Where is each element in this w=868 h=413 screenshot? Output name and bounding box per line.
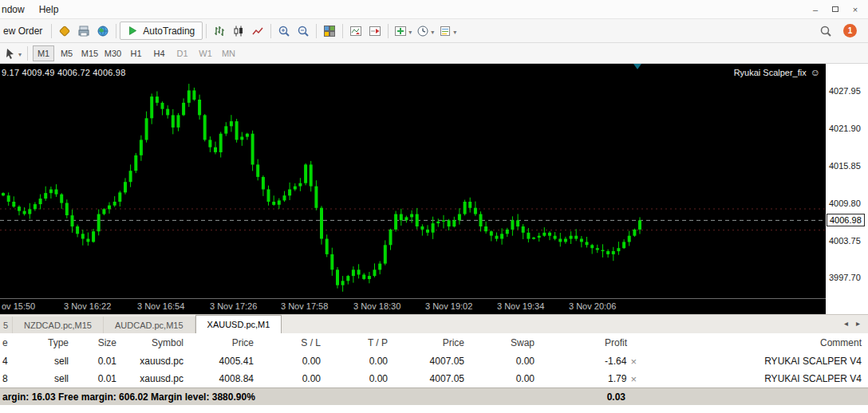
price-tick-label: 4015.85 xyxy=(829,161,861,171)
close-position-button[interactable]: × xyxy=(630,374,637,384)
price-axis[interactable]: 4006.98 4027.954021.904015.854009.804003… xyxy=(826,64,868,314)
price-tick-label: 3997.70 xyxy=(829,273,861,282)
toolbar-right: 1 xyxy=(816,22,868,41)
new-chart-icon xyxy=(58,25,71,37)
column-header-type: Type xyxy=(11,337,70,348)
new-order-label: ew Order xyxy=(3,26,42,37)
bar-chart-icon xyxy=(213,25,226,37)
menu-help[interactable]: Help xyxy=(32,0,66,19)
chart-tab-5[interactable]: 5 xyxy=(0,317,13,333)
ohlc-readout: 9.17 4009.49 4006.72 4006.98 xyxy=(2,68,125,77)
profit-value: -1.64 xyxy=(605,356,626,367)
chart-tab-audcad-pc-m15[interactable]: AUDCAD.pc,M15 xyxy=(104,317,195,333)
column-header-price: Price xyxy=(185,337,255,348)
search-icon xyxy=(819,25,832,37)
price-tick-label: 4027.95 xyxy=(829,86,861,96)
periods-button[interactable] xyxy=(414,22,436,41)
timeframe-h1[interactable]: H1 xyxy=(125,45,147,61)
column-header-s-l: S / L xyxy=(255,337,322,348)
cell: 4 xyxy=(0,356,11,367)
indicators-button[interactable] xyxy=(392,22,414,41)
chart-tab-xauusd-pc-m1[interactable]: XAUUSD.pc,M1 xyxy=(195,315,282,333)
trade-table-header: eTypeSizeSymbolPriceS / LT / PPriceSwapP… xyxy=(0,333,868,352)
restore-button[interactable] xyxy=(827,3,844,16)
profit-cell: 1.79× xyxy=(536,373,640,384)
column-header-profit: Profit xyxy=(536,337,640,348)
position-row[interactable]: 4sell0.01xauusd.pc4005.410.000.004007.05… xyxy=(0,352,868,370)
column-header-symbol: Symbol xyxy=(118,337,185,348)
time-tick-label: 3 Nov 16:22 xyxy=(64,301,111,311)
market-watch-button[interactable] xyxy=(93,22,112,41)
clock-icon xyxy=(416,25,429,37)
chart-plot-column: 9.17 4009.49 4006.72 4006.98 Ryukai Scal… xyxy=(0,64,826,314)
timeframe-m1[interactable]: M1 xyxy=(33,45,54,61)
time-tick-label: ov 15:50 xyxy=(2,301,35,311)
window-controls: – × xyxy=(807,3,868,16)
chart-tabs-bar: 5NZDCAD.pc,M15AUDCAD.pc,M15XAUUSD.pc,M1 … xyxy=(0,314,868,333)
template-icon xyxy=(439,25,452,37)
zoom-out-icon xyxy=(297,25,310,37)
price-tick-label: 4009.80 xyxy=(829,199,861,208)
notification-badge[interactable]: 1 xyxy=(843,24,857,37)
chart-plot[interactable]: 9.17 4009.49 4006.72 4006.98 Ryukai Scal… xyxy=(0,64,826,298)
auto-scroll-button[interactable] xyxy=(346,22,365,41)
line-chart-icon xyxy=(251,25,264,37)
autotrading-button[interactable]: AutoTrading xyxy=(120,22,203,40)
chart-shift-button[interactable] xyxy=(365,22,385,41)
cell: 0.00 xyxy=(466,373,536,384)
timeframe-m5[interactable]: M5 xyxy=(56,45,77,61)
time-tick-label: 3 Nov 19:34 xyxy=(497,301,544,311)
smiley-icon[interactable]: ☺ xyxy=(811,68,820,77)
timeframe-h4[interactable]: H4 xyxy=(148,45,170,61)
candlestick-chart[interactable] xyxy=(0,64,826,298)
minimize-button[interactable]: – xyxy=(807,3,824,16)
current-price-tag: 4006.98 xyxy=(827,214,865,226)
profiles-icon xyxy=(77,25,90,37)
zoom-out-button[interactable] xyxy=(294,22,313,41)
cursor-icon xyxy=(4,47,17,60)
cell: sell xyxy=(11,373,70,384)
tile-windows-icon xyxy=(323,25,336,37)
time-tick-label: 3 Nov 16:54 xyxy=(137,301,184,311)
close-button[interactable]: × xyxy=(846,3,864,16)
tab-scroll-arrows: ◂ ▸ xyxy=(844,319,860,328)
chart-tab-nzdcad-pc-m15[interactable]: NZDCAD.pc,M15 xyxy=(13,317,104,333)
templates-button[interactable] xyxy=(436,22,459,41)
position-row[interactable]: 8sell0.01xauusd.pc4008.840.000.004007.05… xyxy=(0,370,868,387)
separator xyxy=(51,24,52,38)
column-header-swap: Swap xyxy=(466,337,536,348)
timeframe-w1[interactable]: W1 xyxy=(195,45,216,61)
time-axis[interactable]: ov 15:503 Nov 16:223 Nov 16:543 Nov 17:2… xyxy=(0,298,826,314)
menu-window[interactable]: ndow xyxy=(0,0,32,19)
line-chart-button[interactable] xyxy=(248,22,267,41)
timeframe-m30[interactable]: M30 xyxy=(102,45,124,61)
tabs-scroll-right-button[interactable]: ▸ xyxy=(856,319,860,328)
profiles-button[interactable] xyxy=(74,22,93,41)
zoom-in-icon xyxy=(278,25,290,37)
candlestick-chart-button[interactable] xyxy=(229,22,248,41)
cell: 4007.05 xyxy=(389,356,466,367)
close-position-button[interactable]: × xyxy=(630,356,637,367)
timeframe-d1[interactable]: D1 xyxy=(172,45,193,61)
chevron-down-icon xyxy=(431,25,434,37)
chart-shift-marker-icon[interactable] xyxy=(633,64,641,69)
trade-table-body: 4sell0.01xauusd.pc4005.410.000.004007.05… xyxy=(0,352,868,387)
timeframe-mn[interactable]: MN xyxy=(218,45,239,61)
timeframe-m15[interactable]: M15 xyxy=(79,45,101,61)
new-chart-button[interactable] xyxy=(55,22,74,41)
price-tick-label: 4021.90 xyxy=(829,124,861,133)
cursor-tool-button[interactable] xyxy=(2,44,24,63)
tabs-scroll-left-button[interactable]: ◂ xyxy=(844,319,848,328)
cell: 0.01 xyxy=(70,356,118,367)
zoom-in-button[interactable] xyxy=(274,22,294,41)
tile-windows-button[interactable] xyxy=(320,22,339,41)
search-button[interactable] xyxy=(816,22,835,41)
account-summary: argin: 16.03 Free margin: 606.02 Margin … xyxy=(0,391,536,403)
autotrading-label: AutoTrading xyxy=(143,26,195,37)
time-tick-label: 3 Nov 17:58 xyxy=(281,301,328,311)
profit-value: 1.79 xyxy=(608,373,626,384)
chevron-down-icon xyxy=(18,47,22,59)
timeframe-bar: M1M5M15M30H1H4D1W1MN xyxy=(0,43,868,64)
new-order-button[interactable]: ew Order xyxy=(2,22,48,41)
bar-chart-button[interactable] xyxy=(210,22,229,41)
